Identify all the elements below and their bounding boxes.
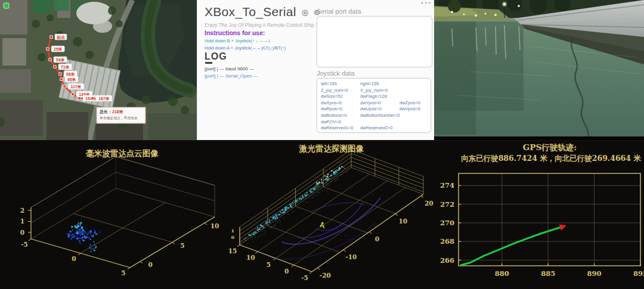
svg-text:98米: 98米 [67,77,76,82]
route-label: 88米 [64,71,77,77]
joystick-data-row: dwXpos=0dwYpos=0dwZpos=0 [321,100,427,107]
svg-text:-20: -20 [320,272,331,279]
svg-text:880: 880 [495,269,509,278]
route-label: 起点 [55,34,67,40]
route-marker[interactable] [54,66,56,68]
svg-text:-5: -5 [301,274,308,281]
joystick-value: right=155 [360,81,400,88]
joystick-data-box[interactable]: left=155right=155Z_joy_num=0X_joy_num=0d… [317,78,431,133]
screen: 起点25米54米71米88米98米117米139米158米187米总长：218米… [0,0,644,289]
svg-text:187米: 187米 [98,97,109,101]
route-marker[interactable] [72,93,74,95]
svg-text:71米: 71米 [61,65,70,70]
svg-text:890: 890 [587,269,602,278]
svg-text:1: 1 [231,228,234,234]
route-marker[interactable] [59,73,61,75]
serial-port-data-box[interactable] [317,16,432,67]
svg-text:20: 20 [425,200,434,207]
route-marker[interactable] [60,78,63,80]
joystick-value: dwSize=52 [321,94,360,100]
svg-text:117米: 117米 [71,85,82,89]
joystick-data-row: dwReserved1=0dwReserved2=0 [321,125,427,132]
route-marker[interactable] [47,48,49,50]
svg-text:895: 895 [633,269,644,278]
svg-text:5: 5 [121,269,125,276]
svg-text:GPS行驶轨迹:: GPS行驶轨迹: [523,142,577,152]
svg-text:1: 1 [20,217,24,225]
svg-text:885: 885 [541,269,555,278]
joystick-value: dwReserved2=0 [360,125,400,132]
route-overlay[interactable]: 起点25米54米71米88米98米117米139米158米187米总长：218米… [0,0,197,140]
route-label: 187米 [96,95,112,101]
svg-text:5: 5 [267,261,271,268]
camera-photo [434,0,644,140]
joystick-data-row: dwSize=52dwFlags=128 [321,94,427,100]
joystick-value: left=155 [321,81,360,88]
svg-text:10: 10 [210,222,219,229]
svg-text:-5: -5 [21,241,28,248]
satellite-map[interactable]: 起点25米54米71米88米98米117米139米158米187米总长：218米… [0,0,197,140]
svg-text:起点: 起点 [56,35,65,40]
route-label: 117米 [68,83,84,89]
joystick-data-row: dwButtons=0dwButtonNumber=0 [321,113,427,119]
svg-text:2: 2 [20,207,24,214]
joystick-value: dwButtons=0 [321,113,360,119]
svg-text:15: 15 [228,247,237,254]
matlab-figures-strip: -5050510210毫米波雷达点云图像 10151050-5-20-10010… [0,140,644,289]
app-title: XBox_To_Serial [205,5,296,19]
svg-text:5: 5 [180,242,184,249]
joystick-value: dwFlags=128 [360,94,400,100]
joystick-value: Z_joy_num=0 [321,88,360,94]
svg-text:单击确定地点，双击结束: 单击确定地点，双击结束 [100,116,138,120]
instructions-heading: Instructions for use: [205,29,265,36]
svg-text:10: 10 [246,254,255,261]
instruction-line: Hold down B + Joystick(↑ ↓ ←→) [205,38,286,45]
svg-text:0: 0 [284,268,289,275]
lake-scene [434,0,644,140]
svg-text:270: 270 [440,219,454,227]
route-marker[interactable] [50,36,52,38]
route-marker[interactable] [63,85,66,88]
joystick-value: dwZpos=0 [400,100,435,107]
joystick-value: dwXpos=0 [321,100,360,107]
joystick-value: dwPOV=0 [321,119,360,126]
log-line: [port] | --- Serial_Open --- [205,73,258,80]
mmwave-radar-pointcloud-chart: -5050510210毫米波雷达点云图像 [0,141,227,289]
joystick-value: dwReserved1=0 [321,125,360,132]
svg-text:0: 0 [72,255,76,262]
joystick-value: dwYpos=0 [360,100,400,107]
route-marker[interactable] [49,58,51,61]
svg-text:毫米波雷达点云图像: 毫米波雷达点云图像 [86,148,159,158]
route-label: 25米 [51,46,64,52]
log-divider [205,62,212,64]
log-lines: [port] | --- baud 9600 ---[port] | --- S… [205,66,258,80]
app-subtitle: Enjoy The Joy Of Playing A Remote Contro… [205,22,321,28]
joystick-data-row: left=155right=155 [321,81,427,88]
route-marker[interactable] [78,97,80,100]
svg-text:向东已行驶886.7424 米，向北已行驶269.4664: 向东已行驶886.7424 米，向北已行驶269.4664 米 [461,154,641,163]
target-icon[interactable]: ◎ [302,8,308,16]
svg-text:0: 0 [231,234,234,240]
route-label: 54米 [54,57,67,63]
window-menu-dots[interactable]: ••• [422,0,432,6]
serial-port-data-label: Serial port data [317,8,361,15]
svg-text:266: 266 [440,256,454,265]
log-line: [port] | --- baud 9600 --- [205,66,258,73]
svg-text:272: 272 [440,200,454,209]
svg-text:0: 0 [20,229,24,236]
joystick-data-row: Z_joy_num=0X_joy_num=0 [321,88,427,94]
route-label: 71米 [58,64,72,70]
route-label: 98米 [65,76,78,82]
svg-text:274: 274 [440,181,454,189]
joystick-data-row: dwPOV=0 [321,119,427,126]
route-marker[interactable] [91,97,94,100]
svg-text:54米: 54米 [56,58,65,63]
svg-text:总长：218米: 总长：218米 [99,109,124,114]
svg-text:-10: -10 [345,253,357,260]
lidar-detection-chart: 10151050-5-20-1001020激光雷达探测图像 [227,141,434,289]
joystick-value: dwUpos=0 [360,106,400,113]
route-info-box: 总长：218米单击确定地点，双击结束 [97,107,145,123]
instruction-lines: Hold down B + Joystick(↑ ↓ ←→)Hold down … [205,38,286,52]
svg-text:88米: 88米 [66,72,75,77]
gps-trajectory-chart: 880885890895266268270272274GPS行驶轨迹:向东已行驶… [434,141,644,289]
